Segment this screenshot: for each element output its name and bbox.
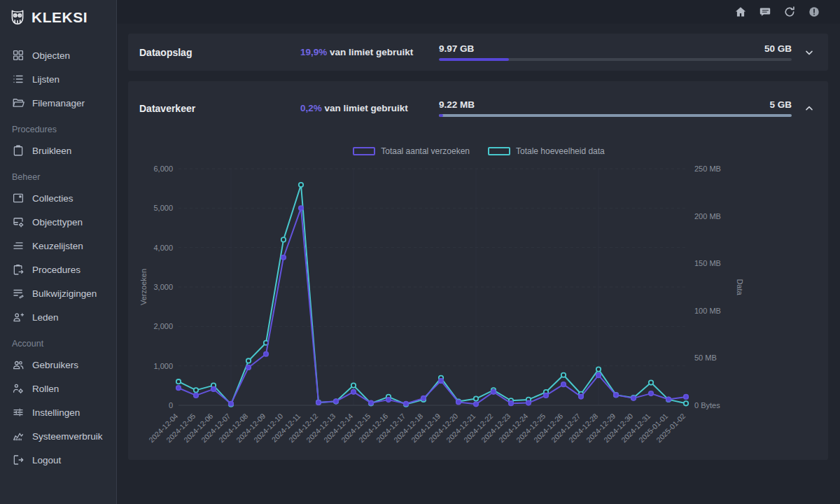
data-point bbox=[299, 206, 303, 210]
refresh-icon[interactable] bbox=[783, 6, 796, 18]
legend-swatch-teal bbox=[488, 147, 510, 155]
data-point bbox=[421, 396, 426, 400]
sidebar-item-rollen[interactable]: Rollen bbox=[0, 377, 116, 400]
nav-label: Gebruikers bbox=[32, 360, 78, 370]
home-icon[interactable] bbox=[734, 6, 747, 18]
data-point bbox=[474, 402, 478, 406]
sidebar-item-instellingen[interactable]: Instellingen bbox=[0, 400, 116, 424]
grid-icon bbox=[12, 49, 24, 62]
data-point bbox=[649, 380, 653, 384]
nav-label: Bruikleen bbox=[32, 146, 71, 156]
sidebar-item-procedures[interactable]: Procedures bbox=[0, 258, 116, 281]
left-axis-tick-label: 6,000 bbox=[153, 164, 173, 173]
data-point bbox=[176, 386, 181, 390]
sidebar-item-leden[interactable]: Leden bbox=[0, 305, 116, 329]
traffic-progress-bar bbox=[439, 114, 792, 117]
legend-item-verzoeken[interactable]: Totaal aantal verzoeken bbox=[353, 146, 470, 156]
sidebar-item-bruikleen[interactable]: Bruikleen bbox=[0, 139, 116, 162]
data-point bbox=[474, 396, 478, 400]
data-point bbox=[351, 383, 356, 387]
sidebar-item-lijsten[interactable]: Lijsten bbox=[0, 67, 116, 91]
nav-label: Lijsten bbox=[32, 74, 59, 85]
right-axis-tick-label: 0 Bytes bbox=[694, 401, 720, 410]
data-point bbox=[561, 373, 566, 377]
user-gear-icon bbox=[12, 382, 24, 395]
data-point bbox=[194, 388, 198, 392]
storage-card-title: Dataopslag bbox=[139, 47, 300, 58]
chart-legend: Totaal aantal verzoeken Totale hoeveelhe… bbox=[136, 146, 821, 156]
traffic-collapse-toggle[interactable] bbox=[802, 101, 817, 116]
sidebar-item-bulkwijzigingen[interactable]: Bulkwijzigingen bbox=[0, 281, 116, 305]
traffic-progress: 9.22 MB 5 GB bbox=[439, 99, 792, 117]
storage-progress: 9.97 GB 50 GB bbox=[439, 43, 792, 61]
left-axis-tick-label: 4,000 bbox=[153, 244, 173, 252]
storage-percent-text: 19,9% van limiet gebruikt bbox=[300, 47, 439, 57]
data-point bbox=[176, 379, 181, 384]
chevron-down-icon bbox=[804, 47, 815, 58]
traffic-line-chart[interactable]: 01,0002,0003,0004,0005,0006,0000 Bytes50… bbox=[136, 160, 760, 453]
nav-label: Objecttypen bbox=[32, 217, 83, 227]
sidebar-item-gebruikers[interactable]: Gebruikers bbox=[0, 353, 116, 377]
sidebar-item-collecties[interactable]: Collecties bbox=[0, 186, 116, 210]
nav-label: Bulkwijzigingen bbox=[32, 288, 97, 299]
series-line-1 bbox=[178, 185, 686, 405]
data-point bbox=[369, 400, 373, 405]
left-axis-tick-label: 0 bbox=[169, 401, 173, 410]
traffic-percent-suffix: van limiet gebruikt bbox=[322, 103, 408, 113]
nav-heading-procedures: Procedures bbox=[0, 115, 116, 139]
data-point bbox=[614, 393, 618, 397]
data-point bbox=[631, 396, 636, 400]
list-edit-icon bbox=[12, 287, 24, 300]
storage-limit-value: 50 GB bbox=[764, 43, 792, 54]
folder-icon bbox=[12, 97, 24, 109]
right-axis-tick-label: 200 MB bbox=[694, 212, 721, 220]
logout-icon bbox=[12, 454, 24, 466]
sidebar-item-logout[interactable]: Logout bbox=[0, 448, 116, 472]
data-point bbox=[386, 398, 391, 402]
left-axis-tick-label: 2,000 bbox=[153, 322, 173, 330]
right-axis-tick-label: 150 MB bbox=[694, 259, 721, 267]
data-point bbox=[264, 352, 268, 356]
clipboard-icon bbox=[12, 144, 24, 157]
sidebar-item-objecten[interactable]: Objecten bbox=[0, 43, 116, 67]
data-point bbox=[561, 382, 566, 386]
traffic-chart-area: Totaal aantal verzoeken Totale hoeveelhe… bbox=[128, 127, 828, 460]
storage-card-header: Dataopslag 19,9% van limiet gebruikt 9.9… bbox=[128, 34, 828, 71]
legend-label: Totale hoeveelheid data bbox=[516, 146, 605, 156]
left-axis-tick-label: 1,000 bbox=[153, 362, 173, 370]
data-point bbox=[509, 401, 513, 405]
traffic-percent-value: 0,2% bbox=[300, 103, 322, 113]
data-point bbox=[281, 255, 286, 260]
nav-label: Collecties bbox=[32, 193, 74, 204]
data-point bbox=[439, 379, 443, 383]
nav-label: Objecten bbox=[32, 50, 70, 61]
data-point bbox=[684, 401, 688, 405]
sidebar-item-systeemverbruik[interactable]: Systeemverbruik bbox=[0, 424, 116, 448]
app-logo[interactable]: KLEKSI bbox=[0, 0, 116, 34]
sidebar-item-keuzelijsten[interactable]: Keuzelijsten bbox=[0, 234, 116, 258]
data-point bbox=[351, 390, 356, 394]
storage-collapse-toggle[interactable] bbox=[802, 45, 817, 60]
data-point bbox=[229, 402, 233, 406]
legend-item-data[interactable]: Totale hoeveelheid data bbox=[488, 146, 605, 156]
traffic-card: Dataverkeer 0,2% van limiet gebruikt 9.2… bbox=[128, 81, 828, 460]
series-line-0 bbox=[178, 208, 686, 404]
data-point bbox=[456, 400, 461, 404]
alert-icon[interactable] bbox=[808, 6, 820, 18]
chat-icon[interactable] bbox=[759, 6, 771, 18]
data-point bbox=[649, 391, 653, 396]
nav-label: Systeemverbruik bbox=[32, 431, 103, 442]
nav-heading-beheer: Beheer bbox=[0, 162, 116, 186]
data-point bbox=[544, 393, 548, 398]
sidebar-item-filemanager[interactable]: Filemanager bbox=[0, 91, 116, 115]
sidebar-item-objecttypen[interactable]: Objecttypen bbox=[0, 210, 116, 234]
right-axis-tick-label: 100 MB bbox=[694, 307, 721, 315]
data-point bbox=[194, 393, 198, 398]
nav-label: Rollen bbox=[32, 384, 59, 394]
data-point bbox=[246, 365, 251, 370]
traffic-percent-text: 0,2% van limiet gebruikt bbox=[300, 103, 439, 113]
sidebar: KLEKSI Objecten Lijsten Filemanager Proc… bbox=[0, 0, 117, 504]
nav-label: Leden bbox=[32, 312, 59, 323]
data-point bbox=[684, 395, 688, 399]
data-point bbox=[299, 183, 303, 187]
